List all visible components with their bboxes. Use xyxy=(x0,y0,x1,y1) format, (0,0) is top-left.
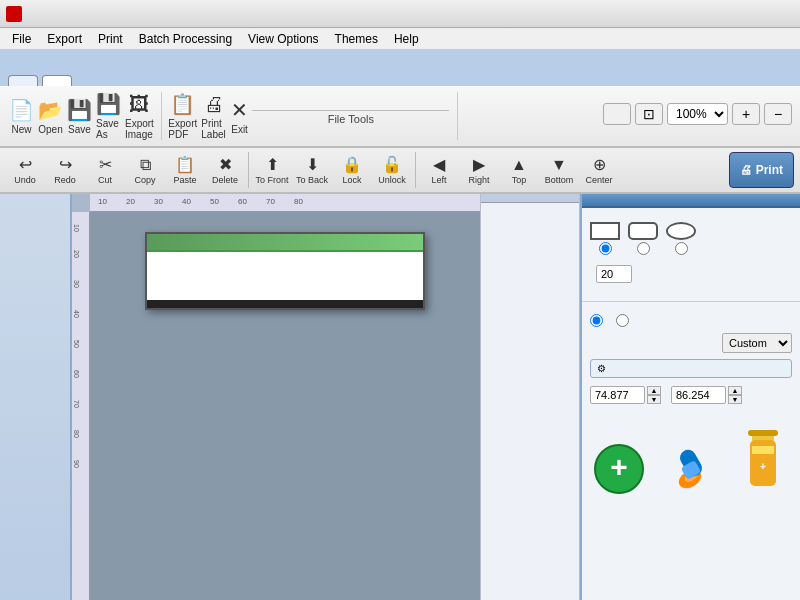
redo-edit-button[interactable]: ↪Redo xyxy=(46,150,84,190)
label-list-panel xyxy=(480,194,580,600)
menu-item-print[interactable]: Print xyxy=(90,30,131,48)
right-edit-button[interactable]: ▶Right xyxy=(460,150,498,190)
bottle-icon: + xyxy=(738,424,788,494)
app-icon xyxy=(6,6,22,22)
left-sidebar xyxy=(0,194,72,600)
width-down[interactable]: ▼ xyxy=(647,395,661,404)
close-button[interactable] xyxy=(772,5,794,23)
unlock-edit-button[interactable]: 🔓Unlock xyxy=(373,150,411,190)
file-tools-group: 📄New📂Open💾Save💾Save As🖼Export Image📋Expo… xyxy=(8,92,449,140)
new-button[interactable]: 📄New xyxy=(8,92,35,140)
tab-barcode-designing[interactable] xyxy=(42,75,72,86)
titlebar xyxy=(0,0,800,28)
menu-item-view-options[interactable]: View Options xyxy=(240,30,326,48)
paste-edit-button[interactable]: 📋Paste xyxy=(166,150,204,190)
save-button[interactable]: 💾Save xyxy=(66,92,93,140)
properties-header xyxy=(582,194,800,208)
height-up[interactable]: ▲ xyxy=(728,386,742,395)
print-toolbar-button[interactable]: 🖨Print xyxy=(729,152,794,188)
label-canvas xyxy=(145,232,425,310)
ruler-left: 10 20 30 40 50 60 70 80 90 xyxy=(72,212,90,600)
export-pdf-button[interactable]: 📋Export PDF xyxy=(167,92,198,140)
pill-icon xyxy=(663,439,718,494)
export-image-button[interactable]: 🖼Export Image xyxy=(124,92,155,140)
width-input-wrap: ▲ ▼ xyxy=(590,386,663,404)
menubar: FileExportPrintBatch ProcessingView Opti… xyxy=(0,28,800,50)
svg-rect-8 xyxy=(752,446,774,454)
properties-panel: Custom ⚙ ▲ ▼ xyxy=(580,194,800,600)
vendor-row: Custom xyxy=(590,333,792,353)
prop-images: + + xyxy=(582,418,800,500)
menu-item-file[interactable]: File xyxy=(4,30,39,48)
to-front-edit-button[interactable]: ⬆To Front xyxy=(253,150,291,190)
tab-quick-barcode[interactable] xyxy=(8,75,38,86)
pixels-input[interactable] xyxy=(596,265,632,283)
width-spinners: ▲ ▼ xyxy=(647,386,661,404)
label-list-header xyxy=(481,194,579,203)
print-label-button[interactable]: 🖨Print Label xyxy=(200,92,226,140)
get-size-button[interactable]: ⚙ xyxy=(590,359,792,378)
canvas-area: 10 20 30 40 50 60 70 80 10 20 30 40 50 6… xyxy=(72,194,480,600)
height-input-wrap: ▲ ▼ xyxy=(671,386,744,404)
menu-item-batch-processing[interactable]: Batch Processing xyxy=(131,30,240,48)
shape-round-opt[interactable] xyxy=(628,222,658,257)
predefined-label[interactable] xyxy=(616,314,632,327)
exit-button[interactable]: ✕Exit xyxy=(229,92,251,140)
height-spinners: ▲ ▼ xyxy=(728,386,742,404)
zoom-select[interactable]: 100% 75% 50% 150% 200% xyxy=(667,103,728,125)
width-field: ▲ ▼ xyxy=(590,384,663,404)
copy-edit-button[interactable]: ⧉Copy xyxy=(126,150,164,190)
open-button[interactable]: 📂Open xyxy=(37,92,64,140)
file-toolbar: 📄New📂Open💾Save💾Save As🖼Export Image📋Expo… xyxy=(0,86,800,148)
to-back-edit-button[interactable]: ⬇To Back xyxy=(293,150,331,190)
zoom-fit-button[interactable]: ⊡ xyxy=(635,103,663,125)
undo-edit-button[interactable]: ↩Undo xyxy=(6,150,44,190)
printer-icon: 🖨 xyxy=(740,163,752,177)
gear-icon: ⚙ xyxy=(597,363,606,374)
lock-edit-button[interactable]: 🔒Lock xyxy=(333,150,371,190)
mode-tabs xyxy=(0,50,800,86)
size-section: Custom ⚙ ▲ ▼ xyxy=(582,306,800,418)
svg-text:+: + xyxy=(610,450,628,483)
menu-item-themes[interactable]: Themes xyxy=(327,30,386,48)
width-input[interactable] xyxy=(590,386,645,404)
label-footer xyxy=(147,300,423,308)
bottom-edit-button[interactable]: ▼Bottom xyxy=(540,150,578,190)
menu-item-help[interactable]: Help xyxy=(386,30,427,48)
top-edit-button[interactable]: ▲Top xyxy=(500,150,538,190)
svg-text:+: + xyxy=(760,461,766,472)
label-title xyxy=(147,234,423,252)
delete-edit-button[interactable]: ✖Delete xyxy=(206,150,244,190)
zoom-controls: ⊡ 100% 75% 50% 150% 200% + − xyxy=(603,103,792,125)
custom-size-label[interactable] xyxy=(590,314,606,327)
zoom-in-button[interactable]: + xyxy=(732,103,760,125)
canvas-content[interactable] xyxy=(90,212,480,600)
zoom-group: ⊡ 100% 75% 50% 150% 200% + − xyxy=(603,103,792,130)
height-field: ▲ ▼ xyxy=(671,384,744,404)
label-barcode xyxy=(159,280,411,292)
size-row: ▲ ▼ ▲ ▼ xyxy=(590,384,792,404)
height-input[interactable] xyxy=(671,386,726,404)
width-up[interactable]: ▲ xyxy=(647,386,661,395)
file-tools-label: File Tools xyxy=(252,110,449,125)
svg-rect-9 xyxy=(748,430,778,436)
cut-edit-button[interactable]: ✂Cut xyxy=(86,150,124,190)
shape-ellipse-opt[interactable] xyxy=(666,222,696,257)
pixels-row xyxy=(590,265,792,283)
height-down[interactable]: ▼ xyxy=(728,395,742,404)
edit-toolbar: ↩Undo↪Redo✂Cut⧉Copy📋Paste✖Delete⬆To Fron… xyxy=(0,148,800,194)
shape-options xyxy=(590,222,792,257)
main-area: 10 20 30 40 50 60 70 80 10 20 30 40 50 6… xyxy=(0,194,800,600)
menu-item-export[interactable]: Export xyxy=(39,30,90,48)
left-edit-button[interactable]: ◀Left xyxy=(420,150,458,190)
vendor-select[interactable]: Custom xyxy=(722,333,792,353)
minimize-button[interactable] xyxy=(724,5,746,23)
maximize-button[interactable] xyxy=(748,5,770,23)
plus-icon: + xyxy=(594,444,644,494)
center-edit-button[interactable]: ⊕Center xyxy=(580,150,618,190)
ratio-button[interactable] xyxy=(603,103,631,125)
zoom-out-button[interactable]: − xyxy=(764,103,792,125)
shape-rect-opt[interactable] xyxy=(590,222,620,257)
save-as-button[interactable]: 💾Save As xyxy=(95,92,122,140)
label-body xyxy=(147,252,423,300)
